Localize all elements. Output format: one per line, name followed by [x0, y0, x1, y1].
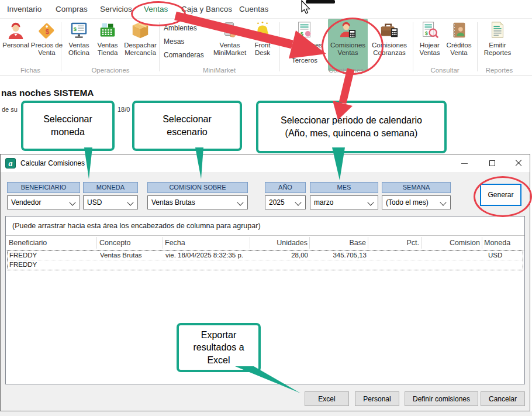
- callout-seleccionar-moneda: Seleccionar moneda: [21, 101, 115, 151]
- menu-inventario[interactable]: Inventario: [7, 5, 42, 13]
- column-divider[interactable]: [163, 237, 163, 249]
- menu-caja-y-bancos[interactable]: Caja y Bancos: [181, 5, 232, 13]
- table-row[interactable]: FREDDY Ventas Brutas vie. 18/04/2025 8:3…: [8, 251, 523, 260]
- excel-button[interactable]: Excel: [305, 391, 349, 406]
- price-tag-icon: $: [37, 20, 57, 40]
- doc-search-icon: $: [420, 20, 440, 40]
- cell-unidades: 28,00: [252, 251, 308, 260]
- greeting-text: nas noches SISTEMA: [1, 88, 94, 98]
- ribbon-item-ventas-tienda[interactable]: Ventas Tienda: [94, 20, 122, 57]
- maximize-button[interactable]: [482, 154, 502, 172]
- cell-base: 345.705,13: [312, 251, 367, 260]
- ribbon-item-label: Precios de Venta: [31, 42, 63, 56]
- svg-text:$: $: [300, 30, 304, 37]
- combo-value: Vendedor: [11, 198, 41, 207]
- close-button[interactable]: [509, 154, 528, 172]
- column-divider[interactable]: [309, 237, 310, 249]
- column-header-base[interactable]: Base: [311, 236, 366, 250]
- dialog-titlebar[interactable]: a Calcular Comisiones: [1, 154, 530, 172]
- menu-cuentas[interactable]: Cuentas: [239, 5, 268, 13]
- ribbon-separator: [279, 22, 280, 71]
- doc-calc-icon: $: [295, 20, 315, 40]
- close-icon: [515, 160, 522, 167]
- column-header-comision[interactable]: Comision: [422, 236, 480, 250]
- register-icon: [98, 20, 118, 40]
- ribbon-item-ventas-oficina[interactable]: $ Ventas Oficina: [64, 20, 94, 57]
- combo-value: marzo: [314, 198, 333, 207]
- ribbon-group-consultar: Consultar: [413, 67, 477, 74]
- chevron-down-icon: [127, 199, 133, 205]
- red-circle-ventas-menu: [131, 1, 186, 26]
- monitor-icon: $: [69, 20, 89, 40]
- ribbon-item-front-desk[interactable]: Front Desk: [249, 20, 276, 57]
- ribbon-item-label: Front Desk: [255, 42, 271, 56]
- combo-moneda[interactable]: USD: [83, 195, 138, 209]
- person-icon: [6, 20, 26, 40]
- menu-compras[interactable]: Compras: [56, 5, 88, 13]
- ribbon-item-creditos-venta[interactable]: Créditos Venta: [444, 20, 474, 57]
- column-header-fecha[interactable]: Fecha: [165, 236, 248, 250]
- ribbon-item-ventas-minimarket[interactable]: Ventas MiniMarket: [212, 20, 248, 57]
- dialog-title: Calcular Comisiones: [20, 159, 85, 167]
- chevron-down-icon: [69, 199, 75, 205]
- group-by-hint: (Puede arrastrar hacia esta área los enc…: [6, 216, 524, 236]
- cancelar-button[interactable]: Cancelar: [481, 391, 525, 406]
- red-circle-comisiones-ventas: [322, 18, 384, 75]
- table-row[interactable]: FREDDY: [8, 260, 523, 269]
- chevron-down-icon: [367, 199, 374, 205]
- filter-header-semana[interactable]: SEMANA: [382, 182, 451, 193]
- ribbon-item-hojear-ventas[interactable]: $ Hojear Ventas: [415, 20, 444, 57]
- ribbon-item-label: Ventas Oficina: [68, 42, 89, 56]
- report-icon: [488, 20, 507, 40]
- ribbon-item-label: Ventas MiniMarket: [213, 42, 246, 56]
- combo-comision-sobre[interactable]: Ventas Brutas: [147, 195, 248, 209]
- filter-header-mes[interactable]: MES: [310, 182, 378, 193]
- ribbon-item-emitir-reportes[interactable]: Emitir Reportes: [481, 20, 514, 57]
- ribbon-separator: [477, 22, 478, 71]
- combo-value: 2025: [269, 198, 285, 207]
- filter-header-comision-sobre[interactable]: COMISION SOBRE: [147, 182, 248, 193]
- ribbon-item-precios-de-venta[interactable]: $ Precios de Venta: [30, 20, 63, 57]
- column-header-beneficiario[interactable]: Beneficiario: [9, 236, 95, 250]
- column-divider[interactable]: [482, 237, 482, 249]
- ribbon-item-label: Despachar Mercancía: [124, 42, 157, 56]
- combo-mes[interactable]: marzo: [310, 195, 378, 209]
- ribbon-group-fichas: Fichas: [0, 67, 61, 74]
- definir-comisiones-button[interactable]: Definir comisiones: [405, 391, 478, 406]
- results-grid: (Puede arrastrar hacia esta área los enc…: [5, 216, 525, 384]
- combo-ano[interactable]: 2025: [265, 195, 306, 209]
- menu-mesas[interactable]: Mesas: [164, 37, 204, 46]
- desktop-background: [0, 411, 532, 416]
- combo-semana[interactable]: (Todo el mes): [382, 195, 451, 209]
- ribbon-toolbar: Personal $ Precios de Venta Fichas $ Ven…: [0, 19, 532, 75]
- chevron-down-icon: [295, 199, 301, 205]
- subtext-left: de su: [2, 106, 18, 113]
- column-divider[interactable]: [250, 237, 250, 249]
- ribbon-separator: [413, 22, 413, 71]
- personal-button[interactable]: Personal: [355, 391, 399, 406]
- svg-text:$: $: [425, 30, 428, 36]
- column-divider[interactable]: [421, 237, 422, 249]
- menu-servicios[interactable]: Servicios: [100, 5, 132, 13]
- ribbon-item-personal[interactable]: Personal: [1, 20, 30, 49]
- column-header-unidades[interactable]: Unidades: [251, 236, 308, 250]
- ribbon-item-comisiones-ventas-terceros[interactable]: $ Comisiones Ventas Terceros: [282, 20, 327, 64]
- menu-comanderas[interactable]: Comanderas: [164, 51, 204, 59]
- column-header-moneda[interactable]: Moneda: [484, 236, 521, 250]
- filter-header-beneficiario[interactable]: BENEFICIARIO: [7, 182, 80, 193]
- column-header-pct[interactable]: Pct.: [369, 236, 419, 250]
- filter-header-moneda[interactable]: MONEDA: [83, 182, 138, 193]
- bell-icon: [253, 20, 272, 40]
- chevron-down-icon: [237, 199, 243, 205]
- column-divider[interactable]: [96, 237, 97, 249]
- ribbon-group-operaciones: Operaciones: [62, 67, 159, 74]
- cell-fecha: vie. 18/04/2025 8:32:35 p. ...: [165, 251, 250, 260]
- filter-header-ano[interactable]: AÑO: [265, 182, 306, 193]
- minimize-button[interactable]: [454, 154, 474, 172]
- combo-beneficiario[interactable]: Vendedor: [7, 195, 80, 209]
- minimize-icon: [461, 163, 468, 164]
- column-divider[interactable]: [368, 237, 368, 249]
- combo-value: USD: [87, 198, 102, 207]
- callout-exportar-excel: Exportar resultados a Excel: [177, 323, 261, 372]
- column-header-concepto[interactable]: Concepto: [99, 236, 161, 250]
